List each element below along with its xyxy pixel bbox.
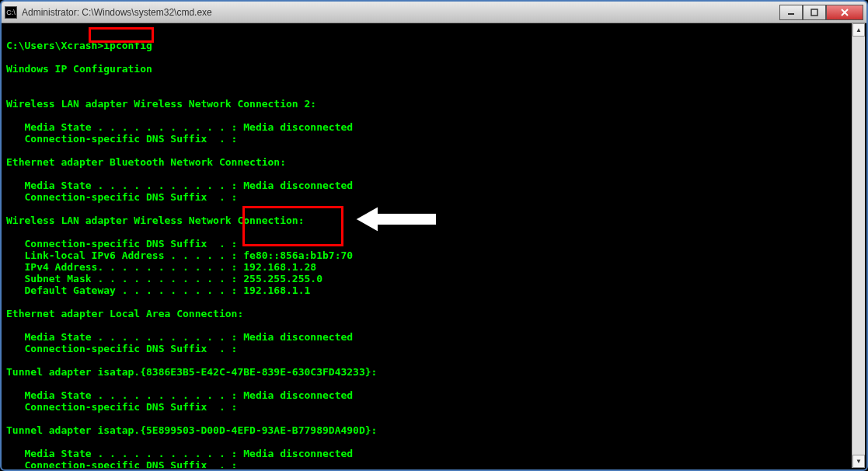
minimize-button[interactable]: [779, 5, 803, 20]
output-line: Media State . . . . . . . . . . . : Medi…: [6, 448, 353, 459]
vertical-scrollbar[interactable]: ▲ ▼: [852, 23, 865, 468]
svg-rect-1: [811, 9, 817, 16]
adapter-title: Wireless LAN adapter Wireless Network Co…: [6, 215, 305, 226]
prompt-path: C:\Users\Xcras: [6, 40, 92, 51]
output-line: Connection-specific DNS Suffix . :: [6, 401, 237, 413]
output-line: Default Gateway . . . . . . . . . : 192.…: [6, 284, 310, 296]
output-heading: Windows IP Configuration: [6, 63, 152, 75]
scroll-track[interactable]: [852, 37, 865, 455]
adapter-title: Tunnel adapter isatap.{8386E3B5-E42C-47B…: [6, 366, 377, 378]
output-line: Media State . . . . . . . . . . . : Medi…: [6, 180, 353, 191]
output-line: Link-local IPv6 Address . . . . . : fe80…: [6, 249, 353, 261]
adapter-title: Ethernet adapter Local Area Connection:: [6, 308, 243, 319]
scroll-up-button[interactable]: ▲: [852, 23, 865, 37]
adapter-title: Ethernet adapter Bluetooth Network Conne…: [6, 156, 286, 168]
cmd-icon: C:\: [5, 6, 17, 19]
terminal-output[interactable]: C:\Users\Xcrash>ipconfig Windows IP Conf…: [3, 23, 865, 468]
output-line: Connection-specific DNS Suffix . :: [6, 459, 237, 468]
output-line: Media State . . . . . . . . . . . : Medi…: [6, 389, 353, 401]
adapter-title: Wireless LAN adapter Wireless Network Co…: [6, 98, 316, 110]
output-line: Media State . . . . . . . . . . . : Medi…: [6, 121, 353, 133]
window-title: Administrator: C:\Windows\system32\cmd.e…: [22, 7, 779, 18]
output-line: Connection-specific DNS Suffix . :: [6, 343, 237, 354]
output-line: Media State . . . . . . . . . . . : Medi…: [6, 331, 353, 343]
output-line: Connection-specific DNS Suffix . :: [6, 238, 237, 249]
output-line: Subnet Mask . . . . . . . . . . . : 255.…: [6, 273, 322, 284]
adapter-title: Tunnel adapter isatap.{5E899503-D00D-4EF…: [6, 424, 377, 436]
output-line: IPv4 Address. . . . . . . . . . . : 192.…: [6, 261, 316, 273]
close-button[interactable]: [826, 5, 863, 20]
output-line: Connection-specific DNS Suffix . :: [6, 191, 237, 203]
window-titlebar: C:\ Administrator: C:\Windows\system32\c…: [2, 2, 866, 23]
maximize-button[interactable]: [803, 5, 826, 20]
prompt-command: h>ipconfig: [92, 40, 152, 51]
output-line: Connection-specific DNS Suffix . :: [6, 133, 237, 145]
scroll-down-button[interactable]: ▼: [852, 455, 865, 468]
